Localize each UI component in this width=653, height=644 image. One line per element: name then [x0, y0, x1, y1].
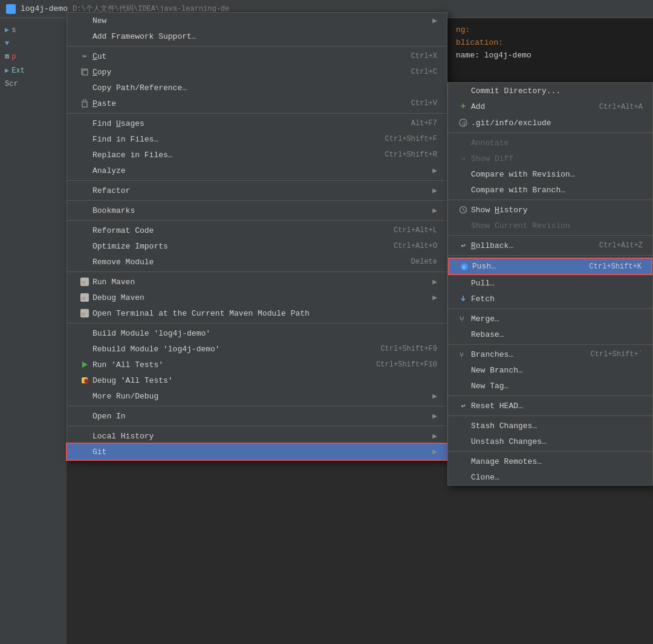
menu-item-cut[interactable]: ✂ Cut Ctrl+X — [67, 48, 447, 64]
git-merge[interactable]: ⑂ Merge… — [448, 311, 652, 327]
git-arrow: ▶ — [432, 447, 437, 457]
menu-item-copy-path[interactable]: Copy Path/Reference… — [67, 80, 447, 96]
git-push[interactable]: ↑ Push… Ctrl+Shift+K — [448, 258, 652, 275]
open-terminal-icon: m — [79, 309, 90, 317]
git-show-current-revision[interactable]: Show Current Revision — [448, 218, 652, 233]
menu-item-rebuild-module[interactable]: Rebuild Module 'log4j-demo' Ctrl+Shift+F… — [67, 341, 447, 357]
git-reset-head[interactable]: ↩ Reset HEAD… — [448, 398, 652, 414]
menu-item-more-run-debug[interactable]: More Run/Debug ▶ — [67, 388, 447, 404]
context-menu: New ▶ Add Framework Support… ✂ Cut Ctrl+… — [67, 12, 447, 460]
git-branches-icon: ⑂ — [458, 350, 469, 359]
git-annotate[interactable]: Annotate — [448, 135, 652, 151]
git-manage-remotes[interactable]: Manage Remotes… — [448, 454, 652, 469]
sidebar-label-scr: Scr — [5, 80, 18, 88]
git-info-exclude[interactable]: g .git/info/exclude — [448, 115, 652, 131]
menu-item-git[interactable]: Git ▶ — [67, 444, 447, 460]
git-branches[interactable]: ⑂ Branches… Ctrl+Shift+` — [448, 346, 652, 362]
menu-item-bookmarks[interactable]: Bookmarks ▶ — [67, 203, 447, 218]
editor-line-3: name: log4j-demo — [456, 50, 645, 62]
git-rollback[interactable]: ↩ Rollback… Ctrl+Alt+Z — [448, 238, 652, 253]
copy-icon — [79, 68, 90, 76]
debug-tests-icon: 🐞 — [79, 377, 90, 384]
sep-6 — [67, 272, 447, 272]
svg-text:⑂: ⑂ — [460, 315, 464, 323]
git-clone[interactable]: Clone… — [448, 469, 652, 485]
menu-item-refactor[interactable]: Refactor ▶ — [67, 183, 447, 198]
editor-line-1: ng: — [456, 24, 645, 37]
svg-text:m: m — [82, 311, 85, 317]
git-pull[interactable]: Pull… — [448, 275, 652, 291]
git-sep-3 — [448, 235, 652, 236]
git-sep-6 — [448, 344, 652, 345]
git-fetch[interactable]: Fetch — [448, 291, 652, 307]
git-add-icon: + — [458, 102, 469, 112]
menu-item-find-usages[interactable]: Find Usages Alt+F7 — [67, 115, 447, 131]
menu-item-copy[interactable]: Copy Ctrl+C — [67, 64, 447, 80]
menu-item-debug-tests[interactable]: 🐞 Debug 'All Tests' — [67, 372, 447, 388]
git-compare-revision[interactable]: Compare with Revision… — [448, 166, 652, 182]
menu-item-open-in[interactable]: Open In ▶ — [67, 408, 447, 424]
menu-item-optimize[interactable]: Optimize Imports Ctrl+Alt+O — [67, 238, 447, 254]
sep-7 — [67, 323, 447, 324]
svg-text:↑: ↑ — [462, 264, 466, 270]
sidebar-item-m[interactable]: m p — [0, 50, 67, 63]
menu-item-analyze[interactable]: Analyze ▶ — [67, 163, 447, 178]
menu-item-debug-maven[interactable]: m Debug Maven ▶ — [67, 290, 447, 305]
run-maven-arrow: ▶ — [432, 277, 437, 287]
svg-rect-0 — [7, 5, 15, 13]
bookmarks-arrow: ▶ — [432, 206, 437, 215]
cut-icon: ✂ — [79, 52, 90, 61]
sidebar-item-b[interactable]: ▼ — [0, 37, 67, 50]
menu-item-reformat[interactable]: Reformat Code Ctrl+Alt+L — [67, 223, 447, 238]
sidebar-label-s: s — [11, 26, 16, 34]
menu-item-remove-module[interactable]: Remove Module Delete — [67, 254, 447, 270]
menu-item-new[interactable]: New ▶ — [67, 13, 447, 28]
git-stash[interactable]: Stash Changes… — [448, 418, 652, 434]
git-unstash[interactable]: Unstash Changes… — [448, 434, 652, 449]
menu-item-replace-files[interactable]: Replace in Files… Ctrl+Shift+R — [67, 147, 447, 163]
more-run-debug-arrow: ▶ — [432, 391, 437, 401]
svg-text:🐞: 🐞 — [83, 377, 88, 384]
git-commit-dir[interactable]: Commit Directory... — [448, 83, 652, 99]
editor-line-2: blication: — [456, 37, 645, 50]
sidebar: ▶ s ▼ m p ▶ Ext Scr — [0, 18, 67, 644]
sep-3 — [67, 180, 447, 181]
svg-text:m: m — [82, 295, 85, 301]
git-new-tag[interactable]: New Tag… — [448, 378, 652, 394]
refactor-arrow: ▶ — [432, 186, 437, 195]
menu-item-paste[interactable]: Paste Ctrl+V — [67, 96, 447, 111]
run-tests-icon — [79, 361, 90, 368]
git-sep-8 — [448, 415, 652, 416]
git-diff-icon: ⇒ — [458, 154, 469, 163]
project-name: log4j-demo — [21, 4, 68, 13]
svg-text:g: g — [462, 120, 466, 126]
sidebar-item-scr[interactable]: Scr — [0, 77, 67, 91]
menu-item-build-module[interactable]: Build Module 'log4j-demo' — [67, 325, 447, 341]
menu-item-add-framework[interactable]: Add Framework Support… — [67, 28, 447, 44]
menu-item-run-maven[interactable]: m Run Maven ▶ — [67, 274, 447, 290]
new-arrow: ▶ — [432, 16, 437, 25]
debug-maven-icon: m — [79, 293, 90, 302]
open-in-arrow: ▶ — [432, 411, 437, 421]
git-show-diff[interactable]: ⇒ Show Diff — [448, 151, 652, 166]
svg-text:m: m — [82, 279, 85, 285]
sidebar-label-ext: Ext — [11, 67, 25, 75]
git-new-branch[interactable]: New Branch… — [448, 362, 652, 378]
sep-2 — [67, 113, 447, 114]
svg-line-18 — [463, 210, 465, 211]
git-rebase[interactable]: Rebase… — [448, 327, 652, 342]
git-compare-branch[interactable]: Compare with Branch… — [448, 182, 652, 198]
menu-item-find-files[interactable]: Find in Files… Ctrl+Shift+F — [67, 131, 447, 147]
svg-marker-11 — [82, 362, 88, 368]
menu-item-run-tests[interactable]: Run 'All Tests' Ctrl+Shift+F10 — [67, 357, 447, 372]
git-rollback-icon: ↩ — [458, 241, 469, 250]
menu-item-open-terminal[interactable]: m Open Terminal at the Current Maven Mod… — [67, 305, 447, 321]
sidebar-item-ext[interactable]: ▶ Ext — [0, 63, 67, 77]
local-history-arrow: ▶ — [432, 431, 437, 441]
sidebar-item-s[interactable]: ▶ s — [0, 23, 67, 37]
git-submenu: Commit Directory... + Add Ctrl+Alt+A g .… — [447, 82, 653, 486]
menu-item-local-history[interactable]: Local History ▶ — [67, 428, 447, 444]
git-show-history[interactable]: Show History — [448, 202, 652, 218]
run-maven-icon: m — [79, 278, 90, 286]
git-add[interactable]: + Add Ctrl+Alt+A — [448, 99, 652, 115]
